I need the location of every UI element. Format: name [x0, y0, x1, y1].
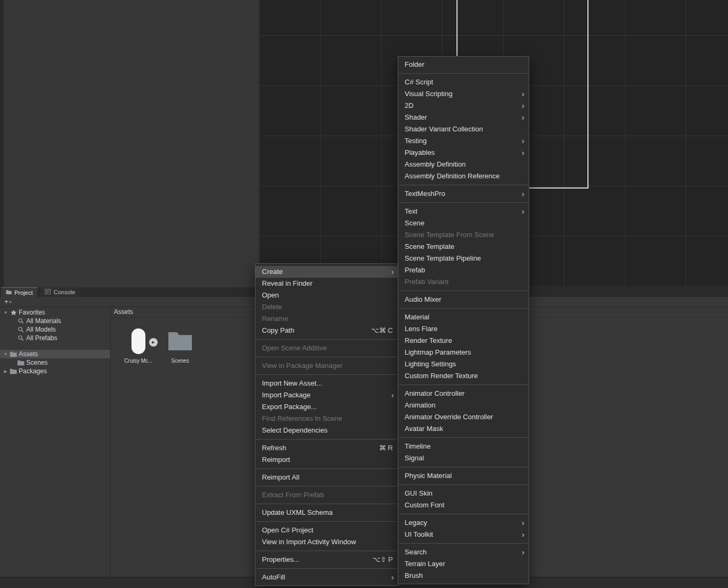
create-submenu: FolderC# ScriptVisual Scripting›2D›Shade… — [398, 56, 529, 584]
menu-item-brush[interactable]: Brush — [398, 570, 529, 582]
console-icon — [45, 289, 51, 295]
tree-item-packages[interactable]: ▶Packages — [0, 367, 110, 375]
submenu-arrow-icon: › — [522, 517, 524, 528]
menu-item-signal[interactable]: Signal — [398, 452, 529, 464]
project-folder-icon — [6, 289, 12, 296]
menu-item-label: Animator Controller — [405, 389, 464, 397]
menu-item-label: Open Scene Additive — [262, 344, 327, 352]
menu-item-reimport-all[interactable]: Reimport All — [255, 472, 398, 483]
menu-item-render-texture[interactable]: Render Texture — [398, 335, 529, 347]
menu-item-animator-controller[interactable]: Animator Controller — [398, 388, 529, 399]
menu-item-custom-render-texture[interactable]: Custom Render Texture — [398, 370, 529, 382]
asset-item-scenes[interactable]: Scenes — [163, 327, 197, 364]
menu-item-view-in-package-manager: View in Package Manager — [255, 360, 398, 372]
play-badge-icon[interactable]: ▶ — [149, 338, 158, 347]
submenu-arrow-icon: › — [522, 135, 524, 146]
tree-item-favorites[interactable]: ▼Favorites — [0, 308, 110, 317]
menu-item-autofill[interactable]: AutoFill› — [255, 571, 398, 583]
menu-item-legacy[interactable]: Legacy› — [398, 517, 529, 529]
submenu-arrow-icon: › — [391, 389, 394, 401]
menu-shortcut: ⌘ R — [379, 442, 393, 454]
left-dock-panel — [4, 0, 259, 287]
menu-item-rename: Rename — [255, 313, 398, 325]
menu-item-label: Shader — [405, 113, 427, 121]
menu-item-scene-template[interactable]: Scene Template — [398, 241, 529, 253]
create-asset-plus-button[interactable]: + ▾ — [4, 297, 11, 305]
expander-open-icon[interactable]: ▼ — [2, 310, 9, 315]
tree-item-all-prefabs[interactable]: All Prefabs — [0, 334, 110, 342]
search-icon — [17, 326, 25, 333]
menu-separator — [256, 504, 398, 504]
menu-item-terrain-layer[interactable]: Terrain Layer — [398, 558, 529, 570]
menu-item-scene-template-pipeline[interactable]: Scene Template Pipeline — [398, 253, 529, 264]
tree-item-scenes[interactable]: Scenes — [0, 358, 110, 367]
menu-item-assembly-definition-reference[interactable]: Assembly Definition Reference — [398, 170, 529, 182]
asset-label: Scenes — [163, 358, 197, 364]
menu-item-refresh[interactable]: Refresh⌘ R — [255, 442, 398, 454]
menu-item-scene[interactable]: Scene — [398, 217, 529, 229]
menu-item-physic-material[interactable]: Physic Material — [398, 470, 529, 482]
menu-item-prefab-variant: Prefab Variant — [398, 276, 529, 288]
menu-item-2d[interactable]: 2D› — [398, 100, 529, 112]
project-tree-pane: ▼FavoritesAll MaterialsAll ModelsAll Pre… — [0, 307, 111, 577]
menu-item-prefab[interactable]: Prefab — [398, 264, 529, 276]
tree-item-all-materials[interactable]: All Materials — [0, 317, 110, 325]
menu-item-view-in-import-activity-window[interactable]: View in Import Activity Window — [255, 536, 398, 548]
menu-item-label: Lightmap Parameters — [405, 348, 471, 356]
menu-item-import-new-asset[interactable]: Import New Asset... — [255, 378, 398, 389]
menu-item-properties[interactable]: Properties...⌥⇧ P — [255, 554, 398, 566]
menu-item-gui-skin[interactable]: GUI Skin — [398, 488, 529, 499]
menu-item-assembly-definition[interactable]: Assembly Definition — [398, 159, 529, 170]
menu-item-timeline[interactable]: Timeline — [398, 441, 529, 452]
menu-item-import-package[interactable]: Import Package› — [255, 389, 398, 401]
menu-item-animation[interactable]: Animation — [398, 399, 529, 411]
submenu-arrow-icon: › — [522, 147, 524, 158]
menu-item-label: Custom Font — [405, 501, 444, 509]
asset-item-cruisy-mc[interactable]: ▶Cruisy Mc... — [121, 327, 156, 364]
menu-item-testing[interactable]: Testing› — [398, 135, 529, 147]
menu-item-material[interactable]: Material — [398, 311, 529, 323]
menu-item-folder[interactable]: Folder — [398, 59, 529, 70]
tab-console[interactable]: Console — [40, 287, 80, 297]
menu-item-update-uxml-schema[interactable]: Update UXML Schema — [255, 507, 398, 519]
folder-icon — [9, 369, 18, 374]
menu-item-lighting-settings[interactable]: Lighting Settings — [398, 358, 529, 370]
menu-item-animator-override-controller[interactable]: Animator Override Controller — [398, 411, 529, 423]
menu-item-export-package[interactable]: Export Package... — [255, 401, 398, 413]
submenu-arrow-icon: › — [522, 188, 524, 199]
menu-item-label: Physic Material — [405, 472, 452, 480]
menu-item-ui-toolkit[interactable]: UI Toolkit› — [398, 529, 529, 540]
menu-item-shader[interactable]: Shader› — [398, 112, 529, 123]
menu-item-copy-path[interactable]: Copy Path⌥⌘ C — [255, 325, 398, 336]
tab-project[interactable]: Project — [1, 287, 37, 297]
menu-item-reimport[interactable]: Reimport — [255, 454, 398, 466]
menu-item-avatar-mask[interactable]: Avatar Mask — [398, 423, 529, 435]
menu-item-lightmap-parameters[interactable]: Lightmap Parameters — [398, 347, 529, 358]
menu-item-select-dependencies[interactable]: Select Dependencies — [255, 425, 398, 436]
menu-item-audio-mixer[interactable]: Audio Mixer — [398, 294, 529, 305]
tree-item-all-models[interactable]: All Models — [0, 325, 110, 334]
expander-closed-icon[interactable]: ▶ — [2, 369, 9, 374]
menu-item-lens-flare[interactable]: Lens Flare — [398, 323, 529, 335]
menu-item-open[interactable]: Open — [255, 289, 398, 301]
menu-item-label: Animator Override Controller — [405, 413, 493, 421]
tree-item-assets[interactable]: ▼Assets — [0, 350, 110, 358]
menu-item-label: Properties... — [262, 555, 299, 563]
expander-open-icon[interactable]: ▼ — [2, 352, 9, 357]
menu-item-search[interactable]: Search› — [398, 546, 529, 558]
menu-item-label: Reveal in Finder — [262, 279, 313, 287]
menu-item-label: AutoFill — [262, 573, 285, 581]
menu-item-open-c-project[interactable]: Open C# Project — [255, 524, 398, 536]
folder-icon — [9, 351, 18, 357]
menu-item-custom-font[interactable]: Custom Font — [398, 499, 529, 511]
menu-item-playables[interactable]: Playables› — [398, 147, 529, 159]
menu-item-shader-variant-collection[interactable]: Shader Variant Collection — [398, 123, 529, 135]
menu-item-text[interactable]: Text› — [398, 206, 529, 217]
menu-item-create[interactable]: Create› — [255, 266, 398, 278]
menu-item-label: Assembly Definition — [405, 160, 466, 168]
menu-item-reveal-in-finder[interactable]: Reveal in Finder — [255, 278, 398, 289]
menu-item-textmeshpro[interactable]: TextMeshPro› — [398, 188, 529, 200]
menu-item-c-script[interactable]: C# Script — [398, 76, 529, 88]
menu-item-label: Create — [262, 268, 283, 276]
menu-item-visual-scripting[interactable]: Visual Scripting› — [398, 88, 529, 100]
